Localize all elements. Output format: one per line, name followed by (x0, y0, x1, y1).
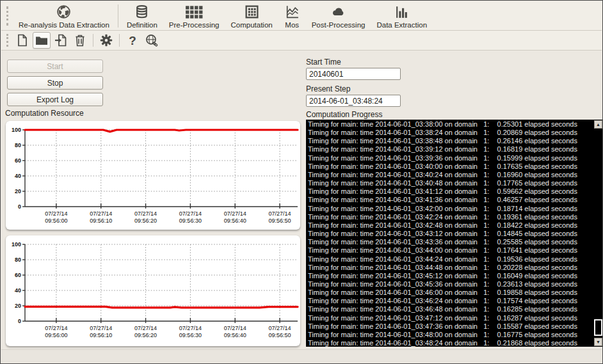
svg-text:100: 100 (12, 127, 21, 133)
svg-text:07/27/1409:56:50: 07/27/1409:56:50 (269, 325, 291, 338)
svg-text:0: 0 (18, 318, 21, 324)
start-time-input[interactable] (306, 68, 401, 80)
ribbon-item-label: Re-analysis Data Extraction (19, 21, 109, 29)
svg-text:80: 80 (15, 142, 21, 148)
settings-button[interactable] (97, 32, 115, 49)
ribbon-item-label: Mos (285, 21, 299, 29)
export-log-button[interactable]: Export Log (7, 93, 103, 106)
svg-text:07/27/1409:56:30: 07/27/1409:56:30 (179, 210, 202, 224)
svg-text:07/27/1409:56:10: 07/27/1409:56:10 (90, 325, 112, 338)
present-step-input[interactable] (306, 95, 401, 107)
toolbar-separator (118, 4, 118, 28)
svg-text:07/27/1409:56:20: 07/27/1409:56:20 (134, 325, 157, 338)
ribbon-item-label: Post-Processing (312, 21, 366, 29)
web-link-button[interactable] (143, 32, 161, 49)
status-bar (1, 349, 602, 363)
cloud-icon (330, 4, 347, 20)
svg-text:07/27/1409:56:40: 07/27/1409:56:40 (224, 325, 246, 338)
line-chart-icon (284, 4, 300, 20)
start-button[interactable]: Start (7, 59, 103, 73)
ribbon-item-post-processing[interactable]: Post-Processing (306, 2, 371, 30)
database-icon (134, 4, 150, 20)
stop-button[interactable]: Stop (7, 76, 103, 90)
svg-text:20: 20 (15, 188, 21, 194)
resource-chart-top: 02040608010007/27/1409:56:0007/27/1409:5… (6, 121, 300, 230)
toolbar-grip[interactable] (6, 34, 9, 47)
ribbon-item-label: Computation (230, 21, 272, 29)
svg-text:100: 100 (12, 241, 21, 248)
svg-text:40: 40 (15, 287, 21, 294)
delete-button[interactable] (71, 32, 89, 49)
computation-progress-label: Computation Progress (306, 110, 382, 119)
svg-text:07/27/1409:56:20: 07/27/1409:56:20 (134, 210, 157, 224)
svg-text:07/27/1409:56:30: 07/27/1409:56:30 (179, 325, 202, 338)
svg-text:0: 0 (18, 203, 21, 210)
svg-text:07/27/1409:56:10: 07/27/1409:56:10 (90, 210, 112, 224)
svg-text:20: 20 (15, 303, 21, 309)
resource-chart-bottom: 02040608010007/27/1409:56:0007/27/1409:5… (6, 235, 300, 346)
svg-text:07/27/1409:56:40: 07/27/1409:56:40 (224, 210, 246, 224)
svg-text:07/27/1409:56:50: 07/27/1409:56:50 (269, 210, 291, 224)
present-step-label: Present Step (306, 84, 350, 93)
ribbon-item-reanalysis-data-extraction[interactable]: Re-analysis Data Extraction (13, 2, 115, 30)
app-window: Re-analysis Data Extraction Definition (0, 0, 603, 364)
import-icon (54, 33, 68, 47)
new-file-button[interactable] (13, 32, 31, 49)
start-time-label: Start Time (306, 58, 341, 67)
import-button[interactable] (52, 32, 70, 49)
ribbon-item-computation[interactable]: Computation (225, 2, 278, 30)
resource-chart-bottom-plot: 02040608010007/27/1409:56:0007/27/1409:5… (6, 235, 300, 346)
new-file-icon (15, 33, 29, 47)
globe-icon (56, 4, 72, 20)
scrollbar-thumb[interactable] (594, 319, 602, 336)
scroll-up-button[interactable]: ▲ (594, 120, 602, 129)
terminal-scrollbar[interactable]: ▲ ▼ (593, 120, 602, 346)
ribbon-item-data-extraction[interactable]: Data Extraction (371, 2, 433, 30)
bar-chart-icon (394, 4, 410, 20)
ribbon-item-definition[interactable]: Definition (121, 2, 163, 30)
ribbon-item-mos[interactable]: Mos (278, 2, 306, 30)
ribbon-toolbar: Re-analysis Data Extraction Definition (1, 1, 602, 31)
terminal-output: Timing for main: time 2014-06-01_03:38:0… (306, 120, 603, 347)
svg-text:60: 60 (15, 157, 21, 164)
file-toolbar: ? (1, 31, 602, 51)
svg-text:80: 80 (15, 257, 21, 263)
delete-icon (73, 33, 87, 47)
settings-gear-icon (99, 33, 113, 47)
open-folder-button[interactable] (33, 32, 51, 49)
toolbar-separator (93, 34, 93, 47)
help-icon: ? (129, 35, 136, 47)
ribbon-item-label: Definition (127, 21, 157, 29)
spreadsheet-icon (244, 4, 260, 20)
scroll-down-button[interactable]: ▼ (594, 338, 602, 346)
grid-icon (185, 4, 203, 20)
open-folder-icon (35, 33, 49, 47)
svg-text:60: 60 (15, 272, 21, 278)
ribbon-item-label: Data Extraction (376, 21, 427, 29)
toolbar-grip[interactable] (6, 6, 9, 26)
svg-text:40: 40 (15, 173, 21, 179)
toolbar-separator (119, 34, 120, 47)
help-button[interactable]: ? (124, 32, 141, 49)
ribbon-item-pre-processing[interactable]: Pre-Processing (163, 2, 225, 30)
resource-chart-top-plot: 02040608010007/27/1409:56:0007/27/1409:5… (6, 121, 300, 230)
computation-resource-label: Computation Resource (5, 109, 84, 118)
web-link-icon (145, 33, 159, 47)
svg-text:07/27/1409:56:00: 07/27/1409:56:00 (45, 210, 67, 224)
computation-progress-terminal[interactable]: Timing for main: time 2014-06-01_03:38:0… (306, 120, 603, 347)
svg-text:07/27/1409:56:00: 07/27/1409:56:00 (45, 325, 67, 338)
ribbon-item-label: Pre-Processing (169, 21, 220, 29)
